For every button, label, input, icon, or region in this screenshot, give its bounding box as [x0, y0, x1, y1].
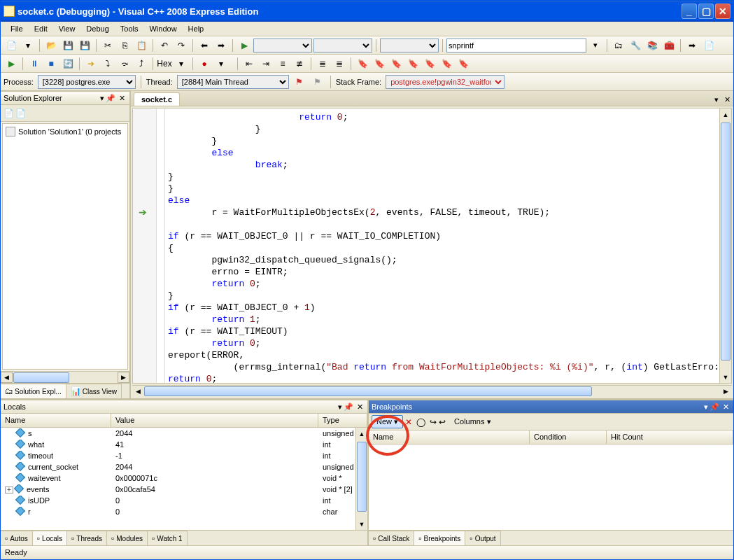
- bp-pin-icon[interactable]: 📌: [710, 402, 719, 412]
- code-editor[interactable]: ➔ return 0; } } else break; } } else r =…: [132, 108, 732, 384]
- fmt1-button[interactable]: ≣: [315, 56, 330, 71]
- bp-toggle-button[interactable]: ◯: [416, 417, 425, 427]
- step-out-button[interactable]: ⤴: [134, 56, 149, 71]
- start-debug-button[interactable]: ▶: [237, 38, 252, 53]
- bp-new-button[interactable]: New ▾: [372, 415, 403, 428]
- solution-tree[interactable]: Solution 'Solution1' (0 projects: [2, 123, 128, 370]
- step-over-button[interactable]: ⤼: [117, 56, 132, 71]
- bottom-tab-modules[interactable]: ▫Modules: [107, 531, 148, 545]
- bp-grid-body[interactable]: [369, 444, 733, 530]
- locals-vscroll[interactable]: ▲ ▼: [355, 428, 367, 530]
- editor-tab-close[interactable]: ✕: [721, 94, 733, 106]
- locals-grid-body[interactable]: ▲ ▼ s2044unsignedwhat41inttimeout-1intcu…: [1, 428, 367, 530]
- close-button[interactable]: ✕: [715, 4, 731, 19]
- locals-close-icon[interactable]: ✕: [355, 402, 365, 412]
- locals-dropdown-icon[interactable]: ▾: [338, 402, 342, 412]
- process-select[interactable]: [3228] postgres.exe: [38, 75, 136, 89]
- bp-close-icon[interactable]: ✕: [721, 402, 731, 412]
- nav-back-button[interactable]: ⬅: [197, 38, 212, 53]
- locals-row[interactable]: what41int: [1, 439, 367, 450]
- paste-button[interactable]: 📋: [134, 38, 149, 53]
- bottom-tab-autos[interactable]: ▫Autos: [1, 531, 33, 545]
- show-next-stmt-button[interactable]: ➜: [83, 56, 99, 71]
- code-body[interactable]: return 0; } } else break; } } else r = W…: [165, 108, 731, 383]
- locals-row[interactable]: current_socket2044unsigned: [1, 461, 367, 472]
- find-select[interactable]: [380, 38, 439, 52]
- minimize-button[interactable]: _: [682, 4, 697, 19]
- bp-col-condition[interactable]: Condition: [530, 430, 607, 444]
- bp-goto-button[interactable]: ↪: [430, 417, 437, 427]
- search-input[interactable]: [446, 38, 586, 52]
- uncomment-button[interactable]: ≢: [292, 56, 307, 71]
- new-file-button[interactable]: ▾: [20, 38, 36, 53]
- menu-help[interactable]: Help: [183, 23, 210, 34]
- extra-button[interactable]: 📄: [701, 38, 717, 53]
- code-margin[interactable]: ➔: [133, 108, 157, 383]
- undo-button[interactable]: ↶: [157, 38, 172, 53]
- bp-button[interactable]: ●: [197, 56, 212, 71]
- bp-dropdown-icon[interactable]: ▾: [704, 402, 708, 412]
- locals-row[interactable]: timeout-1int: [1, 450, 367, 461]
- bm1-button[interactable]: 🔖: [355, 56, 370, 71]
- thread-flag2-button[interactable]: ⚑: [310, 74, 325, 90]
- locals-pin-icon[interactable]: 📌: [344, 402, 353, 412]
- indent-r-button[interactable]: ⇥: [258, 56, 274, 71]
- bottom-tab-call-stack[interactable]: ▫Call Stack: [369, 531, 414, 545]
- se-btn2[interactable]: 📄: [15, 108, 26, 118]
- menu-debug[interactable]: Debug: [80, 23, 114, 34]
- bp-goto2-button[interactable]: ↩: [439, 417, 446, 427]
- editor-tab-socket[interactable]: socket.c: [134, 92, 180, 106]
- locals-row[interactable]: r0char: [1, 506, 367, 517]
- pin-icon[interactable]: 📌: [106, 93, 115, 103]
- bm4-button[interactable]: 🔖: [405, 56, 421, 71]
- close-icon[interactable]: ✕: [117, 93, 127, 103]
- bp-col-hitcount[interactable]: Hit Count: [607, 430, 733, 444]
- locals-col-name[interactable]: Name: [1, 414, 111, 427]
- restart-button[interactable]: 🔄: [60, 56, 76, 71]
- solution-explorer-button[interactable]: 🗂: [611, 38, 626, 53]
- menu-view[interactable]: View: [53, 23, 81, 34]
- pause-button[interactable]: ⏸: [27, 56, 42, 71]
- hex-dropdown-button[interactable]: ▾: [174, 56, 189, 71]
- bp-columns-button[interactable]: Columns ▾: [450, 416, 495, 428]
- search-dropdown-button[interactable]: ▾: [588, 38, 603, 53]
- cut-button[interactable]: ✂: [100, 38, 115, 53]
- thread-flag-button[interactable]: ⚑: [292, 74, 307, 90]
- config-select[interactable]: [253, 38, 312, 52]
- locals-col-value[interactable]: Value: [111, 414, 318, 427]
- editor-tab-dropdown[interactable]: ▾: [712, 94, 721, 106]
- nav-fwd-button[interactable]: ➡: [213, 38, 229, 53]
- bp-delete-button[interactable]: ✕: [405, 417, 412, 427]
- comment-button[interactable]: ≡: [275, 56, 290, 71]
- save-button[interactable]: 💾: [60, 38, 76, 53]
- platform-select[interactable]: [313, 38, 372, 52]
- hex-button[interactable]: Hex: [157, 56, 172, 71]
- menu-tools[interactable]: Tools: [115, 23, 144, 34]
- bp-dd-button[interactable]: ▾: [213, 56, 229, 71]
- solution-root-item[interactable]: Solution 'Solution1' (0 projects: [6, 127, 125, 136]
- bm2-button[interactable]: 🔖: [372, 56, 387, 71]
- bottom-tab-output[interactable]: ▫Output: [465, 531, 500, 545]
- titlebar[interactable]: socket.c (Debugging) - Visual C++ 2008 E…: [1, 1, 733, 22]
- bottom-tab-watch-1[interactable]: ▫Watch 1: [148, 531, 188, 545]
- bm6-button[interactable]: 🔖: [439, 56, 454, 71]
- bottom-tab-threads[interactable]: ▫Threads: [67, 531, 107, 545]
- continue-button[interactable]: ▶: [3, 56, 19, 71]
- obj-browser-button[interactable]: 📚: [644, 38, 660, 53]
- thread-select[interactable]: [2884] Main Thread: [177, 75, 289, 89]
- stop-button[interactable]: ■: [43, 56, 59, 71]
- solution-explorer-tab[interactable]: 🗂Solution Expl...: [1, 384, 66, 398]
- toolbox-button[interactable]: 🧰: [661, 38, 677, 53]
- menu-edit[interactable]: Edit: [29, 23, 53, 34]
- editor-vscroll[interactable]: ▲ ▼: [719, 108, 731, 383]
- bm3-button[interactable]: 🔖: [388, 56, 404, 71]
- sidebar-hscroll[interactable]: ◀ ▶: [1, 371, 129, 383]
- redo-button[interactable]: ↷: [174, 38, 189, 53]
- locals-row[interactable]: waitevent0x0000071cvoid *: [1, 472, 367, 484]
- menu-window[interactable]: Window: [143, 23, 182, 34]
- indent-l-button[interactable]: ⇤: [241, 56, 257, 71]
- code-fold-bar[interactable]: [157, 108, 165, 383]
- locals-row[interactable]: +events0x00cafa54void * [2]: [1, 484, 367, 495]
- new-project-button[interactable]: 📄: [3, 38, 19, 53]
- editor-hscroll[interactable]: ◀ ▶: [132, 385, 732, 397]
